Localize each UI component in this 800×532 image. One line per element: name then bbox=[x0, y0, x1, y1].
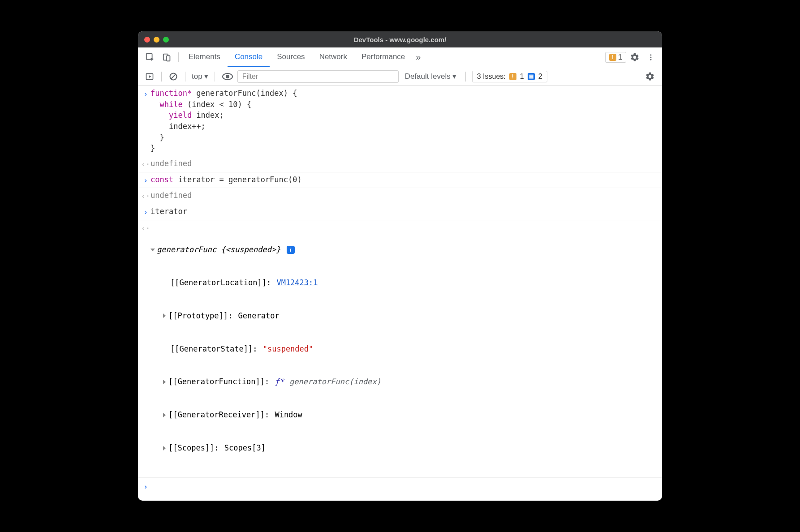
object-property[interactable]: [[Prototype]]: Generator bbox=[151, 310, 658, 322]
console-input-row[interactable]: › iterator bbox=[138, 204, 662, 220]
close-icon[interactable] bbox=[144, 37, 150, 43]
traffic-lights bbox=[144, 37, 169, 43]
issues-count: 1 bbox=[618, 53, 622, 61]
code-block: function* generatorFunc(index) { while (… bbox=[151, 88, 658, 154]
log-level-selector[interactable]: Default levels ▾ bbox=[400, 72, 462, 81]
issues-pill[interactable]: 3 Issues: ! 1 ▤ 2 bbox=[472, 71, 547, 82]
titlebar: DevTools - www.google.com/ bbox=[138, 31, 662, 47]
window-title: DevTools - www.google.com/ bbox=[354, 36, 447, 43]
chevron-left-icon: ‹· bbox=[141, 223, 150, 476]
console-prompt[interactable]: › bbox=[138, 478, 662, 501]
console-output-row: ‹· undefined bbox=[138, 156, 662, 172]
inspect-icon[interactable] bbox=[142, 50, 159, 65]
chevron-left-icon: ‹· bbox=[141, 159, 150, 170]
object-property[interactable]: [[GeneratorReceiver]]: Window bbox=[151, 409, 658, 420]
chevron-right-icon: › bbox=[143, 207, 148, 218]
devtools-window: DevTools - www.google.com/ Elements Cons… bbox=[138, 31, 662, 501]
tab-elements[interactable]: Elements bbox=[181, 48, 228, 67]
device-toggle-icon[interactable] bbox=[159, 50, 176, 65]
chevron-down-icon: ▾ bbox=[204, 72, 208, 81]
minimize-icon[interactable] bbox=[154, 37, 159, 43]
more-tabs-icon[interactable]: » bbox=[412, 49, 424, 65]
svg-point-3 bbox=[650, 54, 652, 56]
expand-toggle-icon[interactable] bbox=[163, 446, 166, 450]
chevron-right-icon: › bbox=[143, 481, 148, 493]
warning-icon: ! bbox=[609, 54, 616, 61]
expand-toggle-icon[interactable] bbox=[163, 380, 166, 384]
object-header[interactable]: generatorFunc {<suspended>} i bbox=[151, 244, 658, 255]
filter-input[interactable] bbox=[237, 70, 399, 83]
info-icon[interactable]: i bbox=[287, 246, 295, 254]
tab-network[interactable]: Network bbox=[312, 48, 354, 67]
chevron-right-icon: › bbox=[143, 175, 148, 186]
svg-rect-2 bbox=[167, 56, 170, 61]
console-output-object: ‹· generatorFunc {<suspended>} i [[Gener… bbox=[138, 220, 662, 478]
kebab-menu-icon[interactable] bbox=[643, 50, 658, 65]
main-tab-bar: Elements Console Sources Network Perform… bbox=[138, 47, 662, 67]
object-property[interactable]: [[GeneratorLocation]]: VM12423:1 bbox=[151, 277, 658, 288]
sidebar-toggle-icon[interactable] bbox=[142, 69, 158, 84]
svg-point-5 bbox=[650, 59, 652, 60]
chevron-right-icon: › bbox=[143, 89, 148, 154]
live-expression-icon[interactable] bbox=[219, 69, 237, 84]
object-property[interactable]: [[GeneratorFunction]]: ƒ* generatorFunc(… bbox=[151, 376, 658, 387]
object-property[interactable]: [[GeneratorState]]: "suspended" bbox=[151, 343, 658, 355]
context-selector[interactable]: top ▾ bbox=[189, 72, 211, 81]
expand-toggle-icon[interactable] bbox=[163, 313, 166, 318]
expand-toggle-icon[interactable] bbox=[151, 249, 155, 251]
console-output: › function* generatorFunc(index) { while… bbox=[138, 86, 662, 501]
chevron-left-icon: ‹· bbox=[141, 191, 150, 202]
svg-point-4 bbox=[650, 56, 652, 58]
console-settings-icon[interactable] bbox=[641, 69, 658, 84]
svg-line-8 bbox=[171, 74, 176, 79]
source-link[interactable]: VM12423:1 bbox=[276, 277, 318, 288]
console-input-row[interactable]: › const iterator = generatorFunc(0) bbox=[138, 172, 662, 189]
console-toolbar: top ▾ Default levels ▾ 3 Issues: ! 1 ▤ 2 bbox=[138, 67, 662, 86]
console-output-row: ‹· undefined bbox=[138, 188, 662, 204]
info-icon: ▤ bbox=[528, 73, 535, 80]
expand-toggle-icon[interactable] bbox=[163, 413, 166, 417]
svg-point-10 bbox=[226, 75, 229, 78]
issues-badge-top[interactable]: ! 1 bbox=[605, 52, 626, 63]
tab-performance[interactable]: Performance bbox=[354, 48, 412, 67]
maximize-icon[interactable] bbox=[163, 37, 169, 43]
tab-sources[interactable]: Sources bbox=[270, 48, 312, 67]
console-input-row[interactable]: › function* generatorFunc(index) { while… bbox=[138, 86, 662, 156]
object-property[interactable]: [[Scopes]]: Scopes[3] bbox=[151, 442, 658, 454]
chevron-down-icon: ▾ bbox=[452, 72, 456, 81]
settings-icon[interactable] bbox=[626, 50, 643, 65]
tab-console[interactable]: Console bbox=[228, 48, 270, 67]
clear-console-icon[interactable] bbox=[165, 69, 181, 84]
warning-icon: ! bbox=[509, 73, 516, 80]
